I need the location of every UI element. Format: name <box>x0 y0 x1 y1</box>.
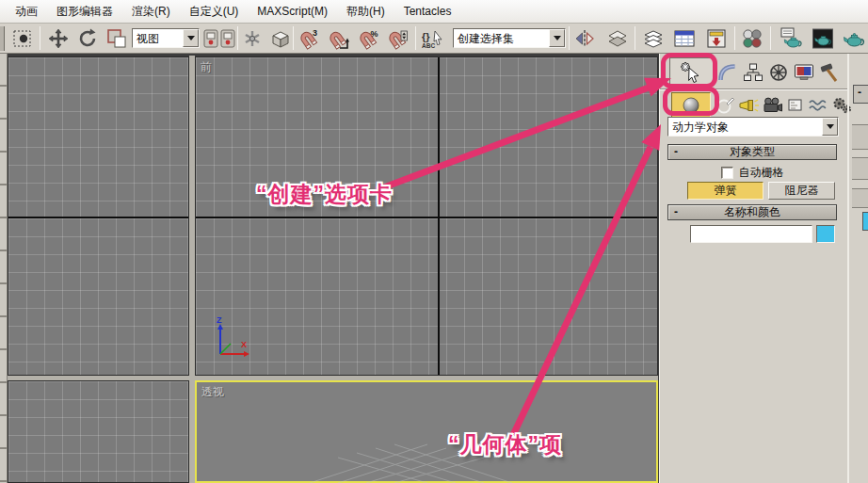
tab-display[interactable] <box>791 57 816 87</box>
3d-snap-icon[interactable]: 3 <box>297 27 320 50</box>
clipped-fragment <box>852 157 868 180</box>
menu-item-maxscript[interactable]: MAXScript(M) <box>248 2 337 21</box>
category-dropdown-arrow[interactable] <box>822 118 838 136</box>
damper-button[interactable]: 阻尼器 <box>768 182 835 200</box>
create-tab-highlight <box>661 53 717 89</box>
category-space-warps-button[interactable] <box>806 92 829 118</box>
main-toolbar: 视图 3 <box>0 24 868 54</box>
named-selection-sets-icon[interactable]: {} ABC <box>421 27 445 50</box>
select-and-manipulate-icon[interactable] <box>241 27 264 50</box>
layer-manager-icon[interactable] <box>641 27 666 50</box>
scale-icon[interactable] <box>105 27 128 50</box>
use-pivot-center-icon[interactable] <box>203 27 235 50</box>
render-setup-icon[interactable] <box>780 27 804 50</box>
spinner-snap-icon[interactable] <box>386 27 409 50</box>
tab-hierarchy[interactable] <box>740 57 765 87</box>
viewport-bottom-left[interactable] <box>8 380 189 483</box>
selection-set-dropdown-value: 创建选择集 <box>454 29 549 47</box>
chevron-down-icon <box>187 36 195 44</box>
viewport-top-left[interactable] <box>8 56 189 376</box>
create-tab-callout-label: “创建”选项卡 <box>256 180 393 209</box>
rotate-icon[interactable] <box>76 27 99 50</box>
menu-item-tentacles[interactable]: Tentacles <box>394 2 461 21</box>
rollout-header-name-color[interactable]: - 名称和颜色 <box>667 204 837 220</box>
clipped-rollout-fragment: - <box>853 85 868 104</box>
category-dropdown-value: 动力学对象 <box>668 118 822 136</box>
menu-item-customize[interactable]: 自定义(U) <box>180 1 249 23</box>
svg-text:ABC: ABC <box>422 42 435 49</box>
category-lights-button[interactable] <box>736 92 760 118</box>
tab-modify[interactable] <box>715 57 740 87</box>
rendered-frame-window-icon[interactable] <box>811 27 835 50</box>
view-dropdown-value: 视图 <box>133 29 183 47</box>
selection-set-dropdown[interactable]: 创建选择集 <box>453 28 566 48</box>
object-color-swatch[interactable] <box>816 225 835 243</box>
curve-editor-icon[interactable] <box>672 27 697 50</box>
autogrid-label: 自动栅格 <box>739 165 784 181</box>
menu-item-graph-editors[interactable]: 图形编辑器 <box>47 1 122 23</box>
angle-snap-icon[interactable] <box>327 27 349 50</box>
move-icon[interactable] <box>47 27 70 50</box>
left-clipped-panel-strip <box>0 54 8 483</box>
autogrid-row: 自动栅格 <box>667 165 837 181</box>
rollout-title: 名称和颜色 <box>683 204 821 220</box>
chevron-down-icon <box>554 36 561 44</box>
view-dropdown[interactable]: 视图 <box>132 28 200 48</box>
svg-text:%: % <box>371 29 378 39</box>
mirror-icon[interactable] <box>573 27 596 50</box>
svg-text:3: 3 <box>313 28 317 38</box>
align-icon[interactable] <box>606 27 629 50</box>
clipped-fragment <box>852 188 868 208</box>
view-dropdown-arrow[interactable] <box>183 29 199 47</box>
geometry-item-callout-label: “几何体”项 <box>448 430 562 459</box>
axis-gizmo: Z X <box>213 314 265 366</box>
menu-item-animation[interactable]: 动画 <box>6 1 47 23</box>
selection-set-dropdown-arrow[interactable] <box>549 29 565 47</box>
rollout-header-object-type[interactable]: - 对象类型 <box>667 144 837 160</box>
viewport-front[interactable]: 前 Z X <box>195 56 658 376</box>
chevron-down-icon <box>827 124 834 133</box>
panel-edge-highlight <box>847 54 849 483</box>
category-helpers-button[interactable] <box>783 92 807 118</box>
category-systems-button[interactable] <box>829 92 853 118</box>
command-panel: 动力学对象 - 对象类型 自动栅格 弹簧 阻尼器 - 名称和颜色 - <box>659 54 868 483</box>
percent-snap-icon[interactable]: % <box>357 27 379 50</box>
rollout-title: 对象类型 <box>683 144 821 160</box>
world-axis-line-horizontal <box>196 217 657 218</box>
category-dropdown[interactable]: 动力学对象 <box>667 117 839 137</box>
schematic-view-icon[interactable] <box>704 27 729 50</box>
keyboard-override-icon[interactable] <box>269 27 292 50</box>
viewport-perspective-label[interactable]: 透视 <box>201 384 224 400</box>
geometry-button-highlight <box>663 87 719 116</box>
axis-z-label: Z <box>217 315 222 325</box>
region-select-icon[interactable] <box>11 27 34 50</box>
render-icon[interactable] <box>842 27 866 50</box>
axis-x-label: X <box>241 340 247 349</box>
tab-motion[interactable] <box>765 57 791 87</box>
spring-button[interactable]: 弹簧 <box>687 182 764 200</box>
menu-item-help[interactable]: 帮助(H) <box>337 1 394 23</box>
tab-utilities[interactable] <box>816 57 842 87</box>
svg-text:{}: {} <box>422 31 430 42</box>
viewport-perspective[interactable]: 透视 <box>195 380 658 483</box>
autogrid-checkbox[interactable] <box>721 167 733 179</box>
world-axis-line-horizontal <box>8 217 188 218</box>
toolbar-clipped-edge <box>0 26 5 51</box>
clipped-color-swatch-fragment <box>862 212 868 231</box>
clipped-fragment <box>852 124 868 150</box>
3dsmax-window: 动画 图形编辑器 渲染(R) 自定义(U) MAXScript(M) 帮助(H)… <box>0 0 868 483</box>
menu-item-rendering[interactable]: 渲染(R) <box>122 1 180 23</box>
menu-bar: 动画 图形编辑器 渲染(R) 自定义(U) MAXScript(M) 帮助(H)… <box>0 0 868 24</box>
viewport-front-label[interactable]: 前 <box>201 59 212 75</box>
viewport-area: 前 Z X 透视 <box>0 54 659 483</box>
material-editor-icon[interactable] <box>741 27 764 50</box>
category-cameras-button[interactable] <box>760 92 783 118</box>
object-name-input[interactable] <box>690 225 812 243</box>
rollout-collapse-icon: - <box>668 145 683 159</box>
rollout-collapse-icon: - <box>668 205 683 219</box>
